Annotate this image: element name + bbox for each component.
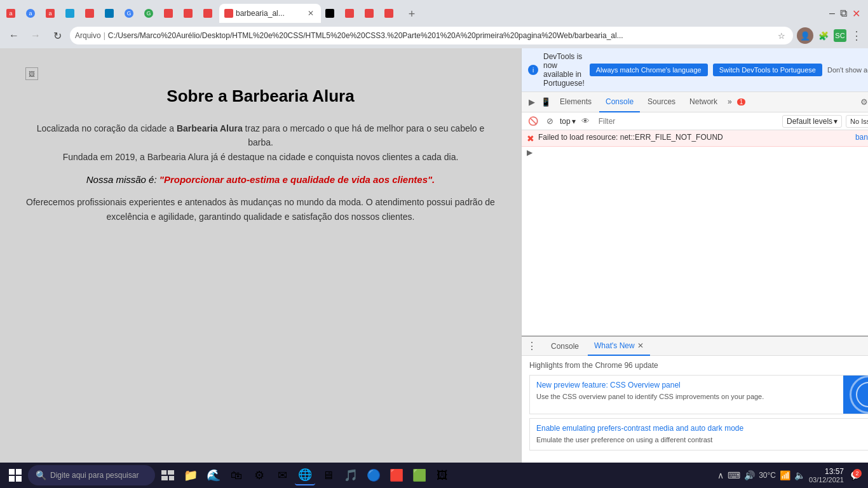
no-issues-badge: No Issues	[846, 115, 868, 128]
console-expand-arrow[interactable]: ▶	[522, 147, 868, 158]
taskbar-speakers-icon[interactable]: 🔊	[744, 470, 755, 480]
refresh-button[interactable]: ↻	[48, 27, 66, 44]
tab-inactive-3[interactable]: a	[42, 4, 61, 23]
tab-inactive-1[interactable]: a	[3, 4, 22, 23]
new-tab-button[interactable]: +	[403, 5, 421, 23]
dont-show-again[interactable]: Don't show again	[827, 66, 868, 74]
taskbar-monitor-app[interactable]: 🖥	[318, 465, 338, 485]
clear-console-icon[interactable]: 🚫	[527, 115, 539, 128]
minimize-button[interactable]: –	[829, 8, 835, 19]
taskbar-mail-app[interactable]: ✉	[272, 465, 292, 485]
tab-active-barbearia[interactable]: barbearia_al... ✕	[219, 4, 321, 23]
tab-favicon-1: a	[6, 9, 15, 18]
match-language-button[interactable]: Always match Chrome's language	[590, 64, 708, 76]
bookmark-icon[interactable]: ☆	[775, 29, 788, 42]
taskbar-volume-icon[interactable]: 🔈	[794, 470, 805, 480]
taskbar-store-app[interactable]: 🛍	[226, 465, 247, 485]
taskbar-music-app[interactable]: 🎵	[341, 465, 361, 485]
tab-inactive-2[interactable]: a	[22, 4, 41, 23]
start-button[interactable]	[5, 465, 25, 485]
tab-inactive-x[interactable]	[322, 4, 341, 23]
devtools-settings-icon[interactable]: ⚙	[858, 96, 868, 109]
taskbar-app-photo[interactable]: 🖼	[432, 465, 452, 485]
taskbar-edge-browser[interactable]: 🌊	[203, 465, 224, 485]
taskbar-app-green[interactable]: 🟩	[409, 465, 430, 485]
tab-sources[interactable]: Sources	[641, 92, 682, 112]
tab-inactive-5[interactable]	[81, 4, 100, 23]
context-dropdown-icon: ▾	[572, 117, 576, 126]
extensions-icon[interactable]: 🧩	[817, 29, 830, 42]
tab-inactive-cisco[interactable]	[62, 4, 81, 23]
profile-icon[interactable]: 👤	[797, 27, 813, 44]
bottom-tab-whatsnew[interactable]: What's New ✕	[588, 337, 650, 356]
address-bar[interactable]: Arquivo | C:/Users/Marco%20Aurélio/Deskt…	[70, 27, 793, 44]
switch-language-button[interactable]: Switch DevTools to Portuguese	[713, 64, 822, 76]
taskbar-browser-app2[interactable]: 🔵	[363, 465, 384, 485]
taskbar-app-red[interactable]: 🟥	[386, 465, 407, 485]
tab-inactive-g1[interactable]: G	[121, 4, 140, 23]
tab-network[interactable]: Network	[683, 92, 724, 112]
tab-favicon-5	[85, 9, 94, 18]
error-message: Failed to load resource: net::ERR_FILE_N…	[538, 133, 851, 142]
taskbar-network-icon[interactable]: 📶	[780, 470, 790, 480]
tab-inactive-10[interactable]	[200, 4, 219, 23]
tab-favicon-cisco	[65, 9, 74, 18]
tab-inactive-li[interactable]	[101, 4, 120, 23]
news-item-2-desc: Emulate the user preference on using a d…	[536, 435, 868, 445]
svg-rect-0	[9, 469, 15, 475]
forward-button[interactable]: →	[27, 27, 44, 44]
tab-favicon-2: a	[26, 9, 35, 18]
mission-prefix: Nossa missão é:	[86, 174, 159, 185]
taskbar-clock[interactable]: 13:57 03/12/2021	[809, 467, 844, 484]
console-toolbar: 🚫 ⊘ top ▾ 👁 Default levels ▾ No Issues ⚙	[522, 112, 868, 130]
news-item-1-title[interactable]: New preview feature: CSS Overview panel	[536, 381, 837, 390]
tab-console[interactable]: Console	[599, 92, 640, 112]
menu-icon[interactable]: ⋮	[850, 29, 863, 42]
tab-title: barbearia_al...	[236, 9, 306, 18]
taskbar-file-explorer[interactable]: 📁	[180, 465, 201, 485]
bottom-tabs-row: ⋮ Console What's New ✕ ✕	[522, 337, 868, 356]
inspect-element-icon[interactable]: ▶	[526, 96, 538, 109]
taskbar-multitask-icon[interactable]	[158, 465, 178, 485]
taskbar-keyboard-icon[interactable]: ⌨	[728, 470, 740, 480]
taskbar-chrome[interactable]: 🌐	[295, 465, 315, 485]
news-item-2-title[interactable]: Enable emulating prefers-contrast media …	[536, 424, 868, 433]
taskbar-settings-app[interactable]: ⚙	[249, 465, 269, 485]
news-item-1-text: New preview feature: CSS Overview panel …	[530, 376, 843, 414]
tab-close-active[interactable]: ✕	[306, 8, 316, 18]
tab-favicon-g2: G	[144, 9, 153, 18]
bottom-panel-menu-icon[interactable]: ⋮	[527, 340, 537, 352]
notification-badge: 2	[853, 469, 862, 478]
taskbar-search-bar[interactable]: 🔍 Digite aqui para pesquisar	[28, 465, 155, 485]
device-mode-icon[interactable]: 📱	[539, 96, 552, 109]
sync-icon[interactable]: SC	[834, 29, 846, 42]
tab-more[interactable]: »	[725, 92, 735, 112]
mission-text: "Proporcionar auto-estima e qualidade de…	[159, 174, 435, 185]
tab-inactive-g2[interactable]: G	[140, 4, 159, 23]
devtools-bottom-panel: ⋮ Console What's New ✕ ✕ Highlights from…	[522, 336, 868, 463]
webpage-area: 🖼 Sobre a Barbearia Alura Localizada no …	[0, 48, 521, 463]
show-eye-icon[interactable]: 👁	[580, 115, 592, 128]
filter-icon[interactable]: ⊘	[543, 115, 556, 128]
taskbar-chevron-icon[interactable]: ∧	[717, 470, 724, 480]
filter-input[interactable]	[596, 115, 778, 128]
back-button[interactable]: ←	[5, 27, 23, 44]
maximize-button[interactable]: ⧉	[840, 8, 847, 19]
notification-icon[interactable]: 💬 2	[848, 468, 863, 483]
bottom-tab-console[interactable]: Console	[545, 337, 585, 356]
tab-inactive-12[interactable]	[341, 4, 360, 23]
news-item-1-image	[843, 376, 868, 414]
whatsnew-close-icon[interactable]: ✕	[637, 341, 644, 350]
tab-inactive-14[interactable]	[381, 4, 400, 23]
context-selector[interactable]: top ▾	[560, 117, 576, 126]
error-source-link[interactable]: banner.jpg:1	[855, 133, 868, 142]
tab-inactive-8[interactable]	[160, 4, 179, 23]
default-levels-dropdown[interactable]: Default levels ▾	[782, 115, 842, 128]
close-button[interactable]: ✕	[852, 8, 860, 20]
tab-elements[interactable]: Elements	[553, 92, 598, 112]
svg-rect-7	[169, 476, 174, 480]
svg-rect-6	[161, 476, 168, 480]
tab-favicon-8	[164, 9, 173, 18]
tab-inactive-9[interactable]	[180, 4, 199, 23]
tab-inactive-13[interactable]	[361, 4, 380, 23]
